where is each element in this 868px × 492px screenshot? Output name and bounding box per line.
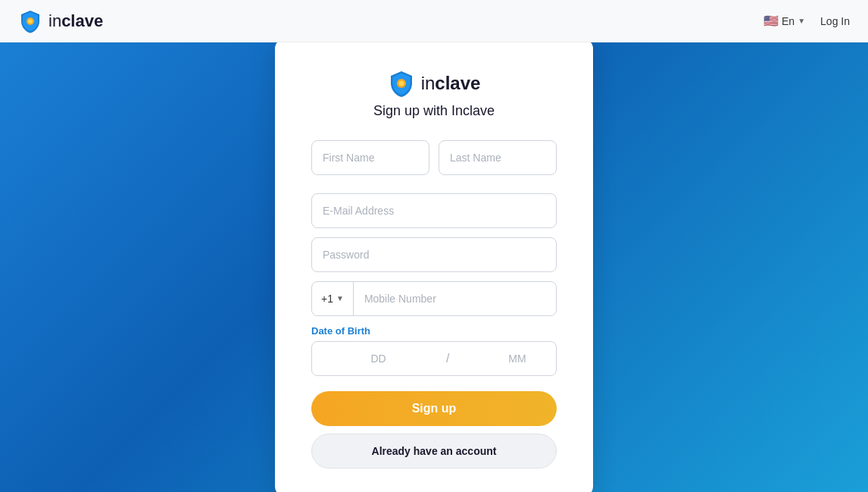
- signup-form: +1 ▼ Date of Birth / / Sign up Alrea: [311, 140, 557, 468]
- language-selector[interactable]: 🇺🇸 En ▼: [763, 14, 805, 28]
- email-group: [311, 193, 557, 228]
- password-group: [311, 237, 557, 272]
- main-background: inclave Sign up with Inclave: [0, 42, 868, 492]
- svg-point-1: [28, 19, 33, 24]
- dob-separator-1: /: [445, 352, 451, 365]
- signup-button[interactable]: Sign up: [311, 391, 557, 426]
- card-title: Sign up with Inclave: [311, 103, 557, 119]
- password-input[interactable]: [311, 237, 557, 272]
- flag-icon: 🇺🇸: [763, 14, 779, 28]
- dob-day-input[interactable]: [312, 342, 445, 375]
- header-logo-text: inclave: [48, 11, 103, 31]
- card-logo: inclave: [311, 70, 557, 97]
- card-header: inclave Sign up with Inclave: [311, 70, 557, 119]
- last-name-input[interactable]: [439, 140, 557, 175]
- shield-icon: [18, 9, 42, 33]
- dob-section: Date of Birth / /: [311, 325, 557, 376]
- phone-row: +1 ▼: [311, 281, 557, 316]
- lang-code-label: En: [782, 15, 795, 27]
- mobile-number-input[interactable]: [354, 282, 556, 315]
- phone-chevron-icon: ▼: [336, 294, 344, 302]
- first-name-input[interactable]: [311, 140, 429, 175]
- header-right: 🇺🇸 En ▼ Log In: [763, 14, 850, 28]
- app-header: inclave 🇺🇸 En ▼ Log In: [0, 0, 868, 42]
- dob-row: / /: [311, 341, 557, 376]
- phone-prefix-selector[interactable]: +1 ▼: [312, 282, 354, 315]
- email-input[interactable]: [311, 193, 557, 228]
- login-link[interactable]: Log In: [820, 15, 850, 27]
- last-name-group: [439, 140, 557, 175]
- header-logo: inclave: [18, 9, 103, 33]
- card-shield-icon: [388, 70, 415, 97]
- name-row: [311, 140, 557, 184]
- dob-month-input[interactable]: [451, 342, 557, 375]
- card-logo-text: inclave: [421, 73, 481, 94]
- chevron-down-icon: ▼: [798, 17, 805, 25]
- dob-label: Date of Birth: [311, 325, 557, 337]
- phone-prefix-value: +1: [321, 293, 333, 305]
- signup-card: inclave Sign up with Inclave: [275, 39, 593, 493]
- already-account-button[interactable]: Already have an account: [311, 434, 557, 468]
- svg-point-3: [398, 80, 404, 86]
- first-name-group: [311, 140, 429, 175]
